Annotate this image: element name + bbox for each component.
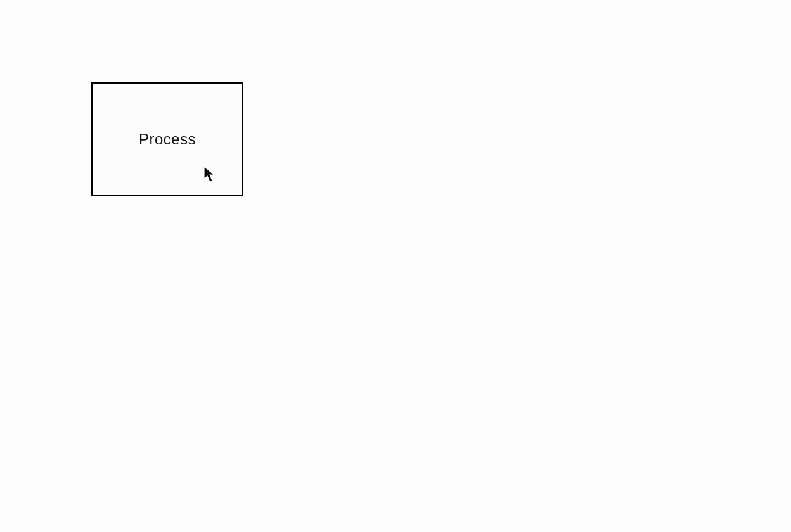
process-box[interactable]: Process: [91, 82, 243, 196]
process-box-label: Process: [139, 130, 196, 148]
